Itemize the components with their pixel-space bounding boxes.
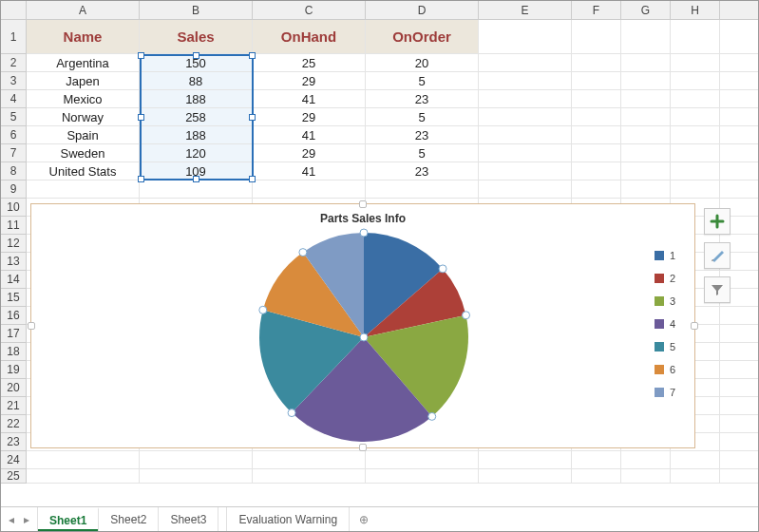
data-cell[interactable]: 23 [366, 90, 479, 108]
cell[interactable] [720, 361, 759, 379]
data-cell[interactable]: 188 [140, 90, 253, 108]
cell[interactable] [671, 108, 720, 126]
data-cell[interactable]: 258 [140, 108, 253, 126]
cell[interactable] [720, 72, 759, 90]
cell[interactable] [720, 144, 759, 162]
data-cell[interactable]: 23 [366, 162, 479, 180]
cell[interactable] [671, 90, 720, 108]
cell[interactable] [140, 451, 253, 469]
cell[interactable] [621, 162, 671, 180]
data-cell[interactable]: 29 [253, 72, 366, 90]
table-header-cell[interactable]: OnHand [253, 20, 366, 54]
sheet-tab[interactable]: Sheet1 [38, 507, 99, 531]
data-cell[interactable]: Argentina [27, 54, 140, 72]
row-header[interactable]: 8 [1, 162, 27, 180]
data-cell[interactable]: 29 [253, 144, 366, 162]
row-header[interactable]: 2 [1, 54, 27, 72]
cell[interactable] [572, 144, 621, 162]
data-cell[interactable]: 5 [366, 108, 479, 126]
cell[interactable] [479, 20, 572, 54]
legend-item[interactable]: 7 [655, 387, 675, 398]
cell[interactable] [479, 162, 572, 180]
row-header[interactable]: 12 [1, 235, 27, 253]
cell[interactable] [572, 72, 621, 90]
cell[interactable] [720, 20, 759, 54]
column-header[interactable]: H [671, 1, 720, 20]
data-cell[interactable]: 5 [366, 72, 479, 90]
cell[interactable] [572, 90, 621, 108]
data-cell[interactable]: 41 [253, 90, 366, 108]
legend-item[interactable]: 5 [655, 341, 675, 352]
cell[interactable] [720, 126, 759, 144]
column-header[interactable] [720, 1, 759, 20]
cell[interactable] [671, 451, 720, 469]
sheet-tab[interactable]: Sheet2 [99, 507, 159, 531]
chart-legend[interactable]: 1234567 [655, 250, 675, 409]
row-header[interactable]: 4 [1, 90, 27, 108]
cell[interactable] [671, 469, 720, 484]
cell[interactable] [572, 180, 621, 199]
cell[interactable] [140, 469, 253, 484]
cell[interactable] [720, 180, 759, 199]
cell[interactable] [479, 144, 572, 162]
data-cell[interactable]: 88 [140, 72, 253, 90]
cell[interactable] [572, 451, 621, 469]
row-header[interactable]: 17 [1, 325, 27, 343]
data-cell[interactable]: Sweden [27, 144, 140, 162]
row-header[interactable]: 24 [1, 451, 27, 469]
cell[interactable] [572, 469, 621, 484]
data-cell[interactable]: 109 [140, 162, 253, 180]
row-header[interactable]: 16 [1, 307, 27, 325]
chart-filter-button[interactable] [704, 276, 731, 303]
row-header[interactable]: 1 [1, 20, 27, 54]
column-header[interactable]: F [572, 1, 621, 20]
chart-add-element-button[interactable] [704, 208, 731, 235]
cell[interactable] [366, 180, 479, 199]
row-header[interactable]: 15 [1, 289, 27, 307]
row-header[interactable]: 10 [1, 199, 27, 217]
cell[interactable] [720, 397, 759, 415]
select-all-cell[interactable] [1, 1, 27, 20]
cell[interactable] [720, 325, 759, 343]
cell[interactable] [253, 180, 366, 199]
legend-item[interactable]: 1 [655, 250, 675, 261]
row-header[interactable]: 11 [1, 217, 27, 235]
legend-item[interactable]: 4 [655, 318, 675, 330]
cell[interactable] [720, 451, 759, 469]
data-cell[interactable]: 120 [140, 144, 253, 162]
data-cell[interactable]: 25 [253, 54, 366, 72]
row-header[interactable]: 13 [1, 253, 27, 271]
cell[interactable] [671, 20, 720, 54]
sheet-tab[interactable]: Evaluation Warning [226, 507, 350, 531]
legend-item[interactable]: 3 [655, 295, 675, 307]
cell[interactable] [479, 180, 572, 199]
row-header[interactable]: 18 [1, 343, 27, 361]
row-header[interactable]: 20 [1, 379, 27, 397]
cell[interactable] [479, 451, 572, 469]
data-cell[interactable]: 41 [253, 162, 366, 180]
cell[interactable] [671, 180, 720, 199]
cell[interactable] [572, 126, 621, 144]
cell[interactable] [621, 72, 671, 90]
column-header[interactable]: D [366, 1, 479, 20]
row-header[interactable]: 6 [1, 126, 27, 144]
column-header[interactable]: A [27, 1, 140, 20]
cell[interactable] [253, 469, 366, 484]
row-header[interactable]: 19 [1, 361, 27, 379]
cell[interactable] [572, 108, 621, 126]
column-header[interactable]: B [140, 1, 253, 20]
data-cell[interactable]: 41 [253, 126, 366, 144]
legend-item[interactable]: 6 [655, 364, 675, 375]
cell[interactable] [572, 162, 621, 180]
cell[interactable] [27, 180, 140, 199]
cell[interactable] [720, 108, 759, 126]
table-header-cell[interactable]: Name [27, 20, 140, 54]
cell[interactable] [720, 433, 759, 451]
cell[interactable] [671, 144, 720, 162]
cell[interactable] [621, 90, 671, 108]
pie-chart[interactable] [231, 216, 497, 444]
cell[interactable] [621, 451, 671, 469]
cell[interactable] [621, 20, 671, 54]
data-cell[interactable]: Spain [27, 126, 140, 144]
data-cell[interactable]: 29 [253, 108, 366, 126]
